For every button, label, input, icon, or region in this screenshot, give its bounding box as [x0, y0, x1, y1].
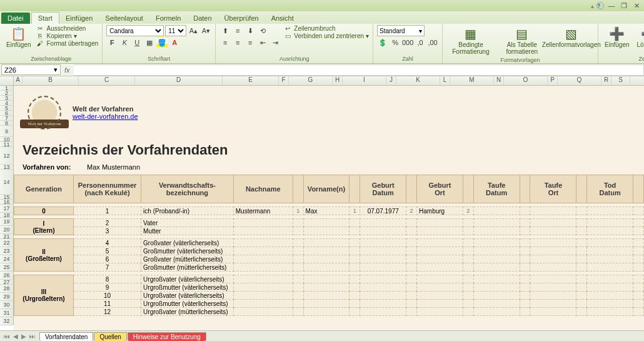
table-row[interactable]: II (Großeltern)4Großvater (väterlicherse… [14, 239, 644, 247]
group-cells: ➕Einfügen ➖Löschen ▭Format Zellen [598, 24, 644, 63]
table-row[interactable]: 3Mutter [14, 227, 644, 235]
sheet-tab-quellen[interactable]: Quellen [94, 332, 126, 341]
table-row[interactable]: 6Großvater (mütterlicherseits) [14, 255, 644, 263]
table-row[interactable]: 01ich (Proband/-in)Mustermann1Max107.07.… [14, 207, 644, 215]
title-bar: ▴ ? — ❐ ✕ [0, 0, 644, 11]
indent-dec-icon[interactable]: ⇤ [257, 37, 268, 48]
brand-link[interactable]: welt-der-vorfahren.de [73, 113, 138, 120]
align-right-icon[interactable]: ≡ [244, 37, 256, 48]
group-alignment: ⬆≡⬇ ⟲ ≡≡≡ ⇤⇥ ↩Zeilenumbruch ▭Verbinden u… [216, 24, 373, 63]
table-row[interactable]: 7Großmutter (mütterlicherseits) [14, 263, 644, 272]
sheet-tab-hinweise-zur-benutzung[interactable]: Hinweise zur Benutzung [128, 332, 206, 341]
subject-name: Max Mustermann [87, 163, 140, 171]
table-row[interactable]: 12Urgroßvater (mütterlicherseits) [14, 308, 644, 316]
font-size-select[interactable]: 11 [165, 25, 186, 36]
group-number: Standard▾ 💲 % 000 ,0 ,00 Zahl [373, 24, 443, 63]
bold-button[interactable]: F [106, 37, 118, 48]
cut-button[interactable]: ✂Ausschneiden [36, 25, 98, 32]
sheet-tab-vorfahrendaten[interactable]: Vorfahrendaten [39, 332, 93, 341]
sheet-nav[interactable]: ⏮◀▶⏭ [0, 333, 39, 340]
group-styles: ▦Bedingte Formatierung ▤Als Tabelle form… [443, 24, 598, 63]
delete-cell-button[interactable]: ➖Löschen [635, 25, 644, 49]
worksheet-grid[interactable]: ABCDEFGHIJKLMNOPQRS 12345678910111213141… [0, 76, 644, 330]
font-color-button[interactable]: A [169, 37, 180, 48]
copy-button[interactable]: ⎘Kopieren ▾ [36, 33, 98, 39]
fx-icon[interactable]: fx [61, 66, 74, 74]
group-font: Candara 11 A▴ A▾ F K U ▦ 🪣 A Schriftart [103, 24, 216, 63]
formula-bar: Z26▾ fx [0, 64, 644, 76]
tab-daten[interactable]: Daten [187, 13, 218, 24]
table-row[interactable]: 5Großmutter (väterlicherseits) [14, 247, 644, 255]
number-format-select[interactable]: Standard▾ [377, 25, 425, 36]
formula-input[interactable] [74, 64, 644, 76]
format-painter-button[interactable]: 🖌Format übertragen [36, 40, 98, 47]
minimize-button[interactable]: — [606, 2, 616, 9]
align-center-icon[interactable]: ≡ [232, 37, 243, 48]
tab-einfügen[interactable]: Einfügen [59, 13, 99, 24]
help-icon[interactable]: ? [596, 2, 604, 9]
insert-cell-button[interactable]: ➕Einfügen [602, 25, 631, 49]
currency-icon[interactable]: 💲 [377, 37, 388, 48]
align-bot-icon[interactable]: ⬇ [244, 25, 256, 36]
align-mid-icon[interactable]: ≡ [232, 25, 243, 36]
brand-logo: Welt der Vorfahren [23, 91, 66, 135]
conditional-format-button[interactable]: ▦Bedingte Formatierung [446, 25, 495, 56]
underline-button[interactable]: U [131, 37, 143, 48]
tab-formeln[interactable]: Formeln [149, 13, 187, 24]
font-name-select[interactable]: Candara [106, 25, 164, 36]
group-clipboard: 📋Einfügen ✂Ausschneiden ⎘Kopieren ▾ 🖌For… [0, 24, 103, 63]
tab-file[interactable]: Datei [1, 13, 30, 24]
grow-font-icon[interactable]: A▴ [188, 25, 199, 36]
format-table-button[interactable]: ▤Als Tabelle formatieren [498, 25, 546, 56]
sheet-content[interactable]: Welt der Vorfahren Welt der Vorfahren we… [14, 86, 644, 330]
subject-label: Vorfahren von: [23, 163, 85, 171]
merge-button[interactable]: ▭Verbinden und zentrieren ▾ [283, 33, 369, 39]
brand-name: Welt der Vorfahren [73, 105, 138, 113]
ribbon-minimize-icon[interactable]: ▴ [591, 3, 594, 9]
tab-start[interactable]: Start [31, 12, 59, 24]
paste-button[interactable]: 📋Einfügen [4, 25, 33, 49]
table-row[interactable]: I (Eltern)2Vater [14, 219, 644, 227]
align-left-icon[interactable]: ≡ [219, 37, 231, 48]
italic-button[interactable]: K [119, 37, 130, 48]
ribbon: 📋Einfügen ✂Ausschneiden ⎘Kopieren ▾ 🖌For… [0, 24, 644, 64]
align-top-icon[interactable]: ⬆ [219, 25, 231, 36]
border-button[interactable]: ▦ [144, 37, 155, 48]
table-row[interactable]: 11Urgroßmutter (väterlicherseits) [14, 300, 644, 308]
sheet-tab-bar: ⏮◀▶⏭ VorfahrendatenQuellenHinweise zur B… [0, 330, 644, 341]
inc-decimal-icon[interactable]: ,0 [415, 37, 426, 48]
thousands-icon[interactable]: 000 [402, 37, 413, 48]
table-row[interactable]: 10Urgroßvater (väterlicherseits) [14, 292, 644, 300]
cell-styles-button[interactable]: ▧Zellenformatvorlagen [549, 25, 594, 49]
table-row[interactable]: III (Urgroßeltern)8Urgroßvater (väterlic… [14, 275, 644, 283]
indent-inc-icon[interactable]: ⇥ [269, 37, 281, 48]
name-box[interactable]: Z26▾ [1, 64, 61, 75]
row-headers[interactable]: 1234567891011121314151617181920212223242… [0, 86, 14, 325]
select-all-corner[interactable] [0, 76, 14, 85]
document-title: Verzeichnis der Vorfahrendaten [14, 140, 644, 163]
wrap-text-button[interactable]: ↩Zeilenumbruch [283, 25, 369, 32]
shrink-font-icon[interactable]: A▾ [200, 25, 211, 36]
table-row[interactable]: 9Urgroßmutter (väterlicherseits) [14, 283, 644, 292]
ancestor-table[interactable]: GenerationPersonennummer(nach Kekulé)Ver… [14, 175, 644, 316]
tab-überprüfen[interactable]: Überprüfen [218, 13, 265, 24]
ribbon-tabs: Datei StartEinfügenSeitenlayoutFormelnDa… [0, 11, 644, 24]
column-headers[interactable]: ABCDEFGHIJKLMNOPQRS [0, 76, 644, 86]
percent-icon[interactable]: % [390, 37, 401, 48]
dec-decimal-icon[interactable]: ,00 [427, 37, 438, 48]
fill-color-button[interactable]: 🪣 [156, 37, 168, 48]
tab-ansicht[interactable]: Ansicht [265, 13, 300, 24]
close-button[interactable]: ✕ [631, 2, 641, 9]
tab-seitenlayout[interactable]: Seitenlayout [99, 13, 149, 24]
restore-button[interactable]: ❐ [619, 2, 629, 9]
orientation-icon[interactable]: ⟲ [257, 25, 268, 36]
